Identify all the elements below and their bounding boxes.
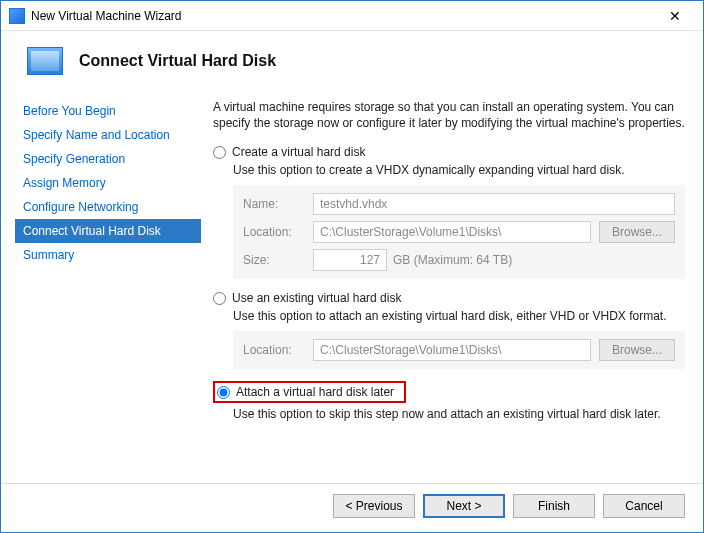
step-summary[interactable]: Summary — [15, 243, 201, 267]
finish-button[interactable]: Finish — [513, 494, 595, 518]
create-form: Name: Location: Browse... Size: GB (Maxi… — [233, 185, 685, 279]
option-create-row[interactable]: Create a virtual hard disk — [213, 145, 685, 159]
radio-existing[interactable] — [213, 292, 226, 305]
highlight-box: Attach a virtual hard disk later — [213, 381, 406, 403]
option-existing-label: Use an existing virtual hard disk — [232, 291, 401, 305]
titlebar: New Virtual Machine Wizard ✕ — [1, 1, 703, 31]
wizard-steps: Before You Begin Specify Name and Locati… — [15, 95, 201, 483]
option-create-label: Create a virtual hard disk — [232, 145, 365, 159]
step-assign-memory[interactable]: Assign Memory — [15, 171, 201, 195]
size-max: GB (Maximum: 64 TB) — [393, 253, 512, 267]
page-title: Connect Virtual Hard Disk — [79, 52, 276, 70]
intro-text: A virtual machine requires storage so th… — [213, 99, 685, 131]
existing-form: Location: Browse... — [233, 331, 685, 369]
step-specify-generation[interactable]: Specify Generation — [15, 147, 201, 171]
footer-buttons: < Previous Next > Finish Cancel — [1, 483, 703, 532]
existing-location-input — [313, 339, 591, 361]
option-later: Attach a virtual hard disk later Use thi… — [213, 381, 685, 421]
size-label: Size: — [243, 253, 305, 267]
name-label: Name: — [243, 197, 305, 211]
location-input — [313, 221, 591, 243]
browse-button-existing: Browse... — [599, 339, 675, 361]
next-button[interactable]: Next > — [423, 494, 505, 518]
window-title: New Virtual Machine Wizard — [31, 9, 655, 23]
radio-later[interactable] — [217, 386, 230, 399]
option-later-desc: Use this option to skip this step now an… — [233, 407, 685, 421]
size-input — [313, 249, 387, 271]
option-existing-desc: Use this option to attach an existing vi… — [233, 309, 685, 323]
radio-create[interactable] — [213, 146, 226, 159]
step-specify-name[interactable]: Specify Name and Location — [15, 123, 201, 147]
option-create: Create a virtual hard disk Use this opti… — [213, 145, 685, 279]
body: Before You Begin Specify Name and Locati… — [1, 95, 703, 483]
wizard-window: New Virtual Machine Wizard ✕ Connect Vir… — [0, 0, 704, 533]
option-later-row[interactable]: Attach a virtual hard disk later — [217, 385, 394, 399]
close-icon[interactable]: ✕ — [655, 8, 695, 24]
option-existing-row[interactable]: Use an existing virtual hard disk — [213, 291, 685, 305]
location-label: Location: — [243, 225, 305, 239]
step-before-you-begin[interactable]: Before You Begin — [15, 99, 201, 123]
browse-button-create: Browse... — [599, 221, 675, 243]
cancel-button[interactable]: Cancel — [603, 494, 685, 518]
step-configure-networking[interactable]: Configure Networking — [15, 195, 201, 219]
name-input — [313, 193, 675, 215]
vm-icon — [27, 47, 63, 75]
page-header: Connect Virtual Hard Disk — [1, 31, 703, 95]
content-panel: A virtual machine requires storage so th… — [201, 95, 685, 483]
app-icon — [9, 8, 25, 24]
step-connect-vhd[interactable]: Connect Virtual Hard Disk — [15, 219, 201, 243]
option-create-desc: Use this option to create a VHDX dynamic… — [233, 163, 685, 177]
existing-location-label: Location: — [243, 343, 305, 357]
option-existing: Use an existing virtual hard disk Use th… — [213, 291, 685, 369]
previous-button[interactable]: < Previous — [333, 494, 415, 518]
option-later-label: Attach a virtual hard disk later — [236, 385, 394, 399]
